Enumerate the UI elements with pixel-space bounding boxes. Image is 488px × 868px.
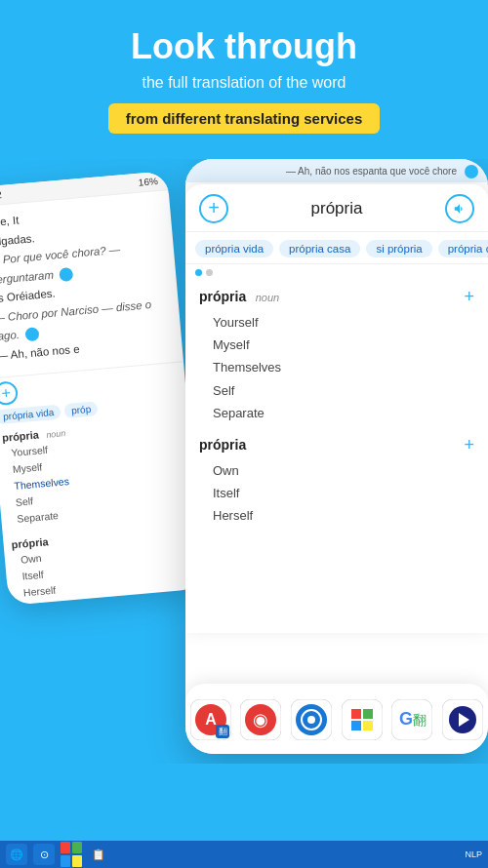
taskbar-item-windows[interactable] <box>61 844 82 865</box>
entry-item-myself: Myself <box>199 334 474 356</box>
bg-status-time: 2:02 <box>0 189 2 202</box>
hero-badge: from different translating services <box>108 103 381 134</box>
reverso-service-icon[interactable]: ◉ <box>238 697 283 742</box>
background-phone: 2:02 16% toce, It salgadas. — Por que vo… <box>0 171 203 606</box>
pagination-dots <box>185 264 488 281</box>
windows-logo <box>61 842 82 867</box>
entry-1-plus-button[interactable]: + <box>464 287 474 307</box>
entry-item-yourself: Yourself <box>199 311 474 334</box>
link-icon-2 <box>25 327 40 341</box>
entry-item-own: Own <box>199 459 474 482</box>
hero-title: Look through <box>20 27 468 66</box>
card-chip-3[interactable]: si própria <box>366 240 431 257</box>
bg-add-button[interactable]: + <box>0 380 19 406</box>
fg-top-bar: — Ah, não nos espanta que você chore <box>185 159 488 182</box>
svg-point-11 <box>307 716 315 724</box>
svg-text:A: A <box>205 711 217 728</box>
svg-text:◉: ◉ <box>253 710 268 730</box>
translation-card: + própria própria vida própria casa si p… <box>185 184 488 633</box>
entry-2-header: própria + <box>199 435 474 455</box>
bg-phone-content: toce, It salgadas. — Por que você chora?… <box>0 190 183 375</box>
entry-2-wordpos: própria <box>199 436 246 454</box>
deepl-service-icon[interactable] <box>440 697 485 742</box>
fg-link-icon <box>465 165 478 178</box>
bg-phone-dict: + própria vida próp própria noun Yoursel… <box>0 361 203 605</box>
svg-text:G: G <box>399 709 413 729</box>
card-header: + própria <box>185 184 488 232</box>
entry-2-plus-button[interactable]: + <box>464 435 474 455</box>
svg-rect-14 <box>363 709 373 719</box>
entry-item-itself: Itself <box>199 482 474 504</box>
taskbar-item-2[interactable]: ⊙ <box>33 844 55 865</box>
card-body[interactable]: própria noun + Yourself Myself Themselve… <box>185 281 488 633</box>
svg-rect-15 <box>351 721 361 730</box>
bg-dict-word-1: própria <box>2 429 40 444</box>
card-chip-1[interactable]: própria vida <box>195 240 273 257</box>
taskbar-item-4[interactable]: 📋 <box>88 844 109 865</box>
abbyy-service-icon[interactable]: A 翻 <box>188 697 233 742</box>
google-translate-service-icon[interactable]: G 翻 <box>389 697 434 742</box>
card-speaker-button[interactable] <box>445 194 474 223</box>
foreground-phone: — Ah, não nos espanta que você chore + p… <box>185 159 488 754</box>
hero-section: Look through the full translation of the… <box>0 0 488 159</box>
svg-text:翻: 翻 <box>218 727 226 736</box>
microsoft-service-icon[interactable] <box>340 697 385 742</box>
card-chip-4[interactable]: própria c <box>438 240 488 257</box>
entry-1-pos: noun <box>256 292 279 303</box>
taskbar-nlp-text: NLP <box>465 849 482 859</box>
svg-text:翻: 翻 <box>413 712 427 728</box>
entry-1-header: própria noun + <box>199 287 474 307</box>
svg-rect-13 <box>351 709 361 719</box>
fg-top-text: — Ah, não nos espanta que você chore <box>286 166 457 177</box>
taskbar-item-1[interactable]: 🌐 <box>6 844 27 865</box>
entry-2-word: própria <box>199 437 246 453</box>
link-icon-1 <box>60 266 74 281</box>
bg-dict-pos-1: noun <box>46 428 66 440</box>
card-add-button[interactable]: + <box>199 194 228 223</box>
card-chips-row: própria vida própria casa si própria pró… <box>185 232 488 264</box>
dot-active <box>195 269 202 276</box>
bg-dict-word-2: própria <box>11 535 49 550</box>
entry-item-separate: Separate <box>199 402 474 424</box>
service-bar: A 翻 ◉ <box>185 684 488 754</box>
phones-area: 2:02 16% toce, It salgadas. — Por que vo… <box>0 159 488 764</box>
entry-item-self: Self <box>199 379 474 402</box>
hero-subtitle: the full translation of the word <box>20 74 468 92</box>
svg-rect-16 <box>363 721 373 730</box>
card-word: própria <box>311 199 363 218</box>
card-chip-2[interactable]: própria casa <box>279 240 360 257</box>
bg-dict-section-1: própria noun Yourself Myself Themselves … <box>0 408 197 532</box>
bg-status-battery: 16% <box>138 176 158 188</box>
svg-rect-12 <box>342 699 383 740</box>
entry-1-word: própria <box>199 289 246 304</box>
entry-1-wordpos: própria noun <box>199 288 279 305</box>
entry-2: própria + Own Itself Herself <box>199 435 474 528</box>
taskbar: 🌐 ⊙ 📋 NLP <box>0 841 488 868</box>
entry-item-themselves: Themselves <box>199 356 474 378</box>
entry-item-herself: Herself <box>199 504 474 527</box>
entry-1: própria noun + Yourself Myself Themselve… <box>199 287 474 425</box>
dot-inactive <box>206 269 213 276</box>
lingvo-service-icon[interactable] <box>289 697 334 742</box>
